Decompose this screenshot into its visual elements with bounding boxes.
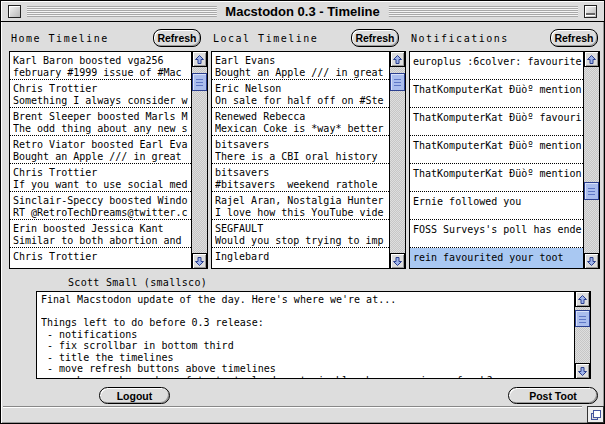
- toot-preview: If you want to use social med: [13, 179, 189, 191]
- post-toot-button[interactable]: Post Toot: [508, 387, 598, 404]
- notification-item[interactable]: ThatKomputerKat Ðüòº mention: [410, 164, 583, 192]
- scroll-up-icon[interactable]: [584, 52, 599, 67]
- notifications-scrollbar-track[interactable]: [584, 67, 598, 253]
- home-timeline-list[interactable]: Karl Baron boosted vga256 february #1999…: [10, 52, 191, 268]
- home-scrollbar-track[interactable]: [192, 67, 206, 253]
- notifications-scrollbar-thumb[interactable]: [584, 182, 599, 200]
- local-timeline-item[interactable]: bitsavers There is a CBI oral history: [212, 136, 389, 164]
- logout-button[interactable]: Logout: [99, 387, 170, 404]
- toot-preview: Mexican Coke is *way* better: [215, 123, 387, 135]
- home-timeline-item[interactable]: Chris Trottier If you want to use social…: [10, 164, 191, 192]
- toot-preview: Bought an Apple /// in great: [215, 67, 387, 79]
- home-timeline-item[interactable]: Chris Trottier: [10, 248, 191, 268]
- scroll-up-icon[interactable]: [192, 52, 207, 67]
- notification-item[interactable]: rein favourited your toot: [410, 248, 583, 268]
- toot-author: Inglebard: [215, 251, 387, 263]
- toot-preview: Would you stop trying to imp: [215, 235, 387, 247]
- local-timeline-item[interactable]: Rajel Aran, Nostalgia Hunter I love how …: [212, 192, 389, 220]
- scroll-up-icon[interactable]: [575, 292, 590, 307]
- local-scrollbar[interactable]: [389, 52, 405, 268]
- toot-detail-line: - fix scrollbar in bottom third: [41, 340, 574, 352]
- notification-item[interactable]: europlus :6colver: favourite: [410, 52, 583, 80]
- detail-scrollbar-thumb[interactable]: [575, 310, 590, 327]
- scroll-up-icon[interactable]: [390, 52, 405, 67]
- toot-detail-text: Final Macstodon update of the day. Here'…: [37, 292, 574, 378]
- toot-preview: Similar to both abortion and: [13, 235, 189, 247]
- toot-author: Sinclair-Speccy boosted Windo: [13, 195, 189, 207]
- refresh-local-button[interactable]: Refresh: [351, 29, 399, 47]
- local-timeline-list[interactable]: Earl Evans Bought an Apple /// in great …: [212, 52, 389, 268]
- bottom-frame-divider: [3, 406, 582, 407]
- toot-preview: [13, 263, 189, 268]
- toot-preview: #bitsavers weekend rathole: [215, 179, 387, 191]
- toot-author: Rajel Aran, Nostalgia Hunter: [215, 195, 387, 207]
- local-timeline-item[interactable]: Inglebard: [212, 248, 389, 268]
- home-timeline-item[interactable]: Brent Sleeper boosted Marls M The odd th…: [10, 108, 191, 136]
- local-timeline-item[interactable]: Eric Nelson On sale for half off on #Ste: [212, 80, 389, 108]
- toot-preview: On sale for half off on #Ste: [215, 95, 387, 107]
- home-scrollbar[interactable]: [191, 52, 207, 268]
- notifications-scrollbar[interactable]: [583, 52, 599, 268]
- toot-detail-line: Final Macstodon update of the day. Here'…: [41, 294, 574, 306]
- toot-author: Karl Baron boosted vga256: [13, 55, 189, 67]
- notifications-panel: europlus :6colver: favouriteThatKomputer…: [409, 51, 600, 269]
- macstodon-window: Macstodon 0.3 - Timeline Home Timeline R…: [0, 0, 605, 424]
- resize-icon: [593, 410, 601, 418]
- home-timeline-item[interactable]: Karl Baron boosted vga256 february #1999…: [10, 52, 191, 80]
- local-timeline-item[interactable]: SEGFAULT Would you stop trying to imp: [212, 220, 389, 248]
- local-timeline-item[interactable]: bitsavers #bitsavers weekend rathole: [212, 164, 389, 192]
- home-timeline-item[interactable]: Sinclair-Speccy boosted Windo RT @RetroT…: [10, 192, 191, 220]
- local-timeline-item[interactable]: Earl Evans Bought an Apple /// in great: [212, 52, 389, 80]
- notification-item[interactable]: FOSS Surveys's poll has ende: [410, 220, 583, 248]
- toot-author: Renewed Rebecca: [215, 111, 387, 123]
- toot-author: Chris Trottier: [13, 251, 189, 263]
- home-scrollbar-thumb[interactable]: [192, 73, 207, 91]
- home-timeline-item[interactable]: Retro Viator boosted Earl Eva Bought an …: [10, 136, 191, 164]
- collapse-button[interactable]: [584, 5, 597, 18]
- selected-toot-author: Scott Small (smallsco): [68, 277, 207, 288]
- toot-preview: february #1999 issue of #Mac: [13, 67, 189, 79]
- toot-author: Erin boosted Jessica Kant: [13, 223, 189, 235]
- scroll-down-icon[interactable]: [584, 253, 599, 268]
- home-timeline-label: Home Timeline: [11, 33, 109, 44]
- detail-scrollbar[interactable]: [574, 292, 590, 378]
- notification-item[interactable]: ThatKomputerKat Ðüòº mention: [410, 136, 583, 164]
- title-bar[interactable]: Macstodon 0.3 - Timeline: [1, 1, 604, 22]
- local-timeline-panel: Earl Evans Bought an Apple /// in great …: [211, 51, 406, 269]
- toot-preview: [215, 263, 387, 268]
- notification-item[interactable]: ThatKomputerKat Ðüòº mention: [410, 80, 583, 108]
- local-scrollbar-track[interactable]: [390, 67, 404, 253]
- home-timeline-panel: Karl Baron boosted vga256 february #1999…: [9, 51, 208, 269]
- local-scrollbar-thumb[interactable]: [390, 73, 405, 91]
- toot-preview: Bought an Apple /// in great: [13, 151, 189, 163]
- scroll-down-icon[interactable]: [575, 363, 590, 378]
- home-timeline-item[interactable]: Erin boosted Jessica Kant Similar to bot…: [10, 220, 191, 248]
- resize-handle[interactable]: [587, 406, 604, 423]
- toot-detail-line: - move refresh buttons above timelines: [41, 363, 574, 375]
- notifications-list[interactable]: europlus :6colver: favouriteThatKomputer…: [410, 52, 583, 268]
- notification-item[interactable]: ThatKomputerKat Ðüòº favouri: [410, 108, 583, 136]
- refresh-notifications-button[interactable]: Refresh: [550, 29, 598, 47]
- scroll-down-icon[interactable]: [390, 253, 405, 268]
- window-title: Macstodon 0.3 - Timeline: [216, 3, 388, 20]
- notification-item[interactable]: Ernie followed you: [410, 192, 583, 220]
- toot-preview: There is a CBI oral history: [215, 151, 387, 163]
- scroll-down-icon[interactable]: [192, 253, 207, 268]
- toot-detail-line: - maybe - make number of toots to load c…: [41, 375, 574, 379]
- toot-author: bitsavers: [215, 139, 387, 151]
- toot-author: SEGFAULT: [215, 223, 387, 235]
- close-button[interactable]: [8, 5, 21, 18]
- detail-scrollbar-track[interactable]: [575, 307, 589, 363]
- toot-preview: Something I always consider w: [13, 95, 189, 107]
- toot-detail-box[interactable]: Final Macstodon update of the day. Here'…: [36, 291, 591, 379]
- toot-detail-line: - notifications: [41, 329, 574, 341]
- toot-preview: RT @RetroTechDreams@twitter.c: [13, 207, 189, 219]
- toot-author: Eric Nelson: [215, 83, 387, 95]
- toot-preview: The odd thing about any new s: [13, 123, 189, 135]
- refresh-home-button[interactable]: Refresh: [153, 29, 201, 47]
- toot-detail-line: - title the timelines: [41, 352, 574, 364]
- home-timeline-item[interactable]: Chris Trottier Something I always consid…: [10, 80, 191, 108]
- toot-preview: I love how this YouTube vide: [215, 207, 387, 219]
- toot-author: Brent Sleeper boosted Marls M: [13, 111, 189, 123]
- local-timeline-item[interactable]: Renewed Rebecca Mexican Coke is *way* be…: [212, 108, 389, 136]
